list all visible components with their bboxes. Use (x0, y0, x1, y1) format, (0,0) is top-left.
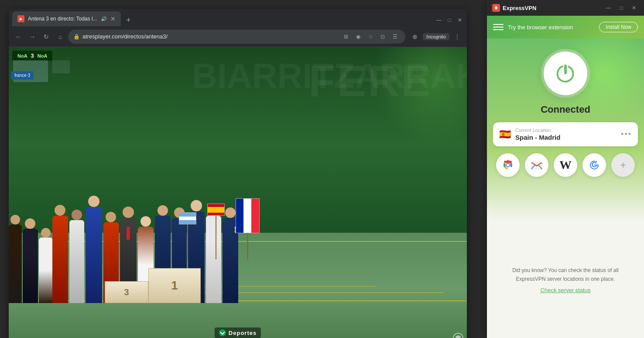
active-tab[interactable]: ▶ Antena 3 en directo: Todas l... 🔊 ✕ (12, 11, 121, 26)
video-scene: FERE BIARRITZARRAK NoA 3 NoA france·3 (9, 47, 467, 338)
address-bar: ← → ↻ ⌂ 🔒 atresplayer.com/directos/anten… (9, 26, 467, 47)
tab-bar: ▶ Antena 3 en directo: Todas l... 🔊 ✕ + … (9, 9, 467, 26)
vpn-main-area: Connected 🇪🇸 Current Location Spain - Ma… (487, 38, 644, 222)
info-text: Did you know? You can check the status o… (497, 266, 634, 283)
close-button[interactable]: ✕ (456, 17, 463, 24)
tab-favicon: ▶ (17, 15, 24, 22)
forward-button[interactable]: → (26, 31, 38, 43)
home-button[interactable]: ⌂ (54, 31, 66, 43)
bookmark-icon[interactable]: ☆ (365, 31, 376, 42)
media-icon[interactable]: ⊡ (377, 31, 388, 42)
menu-hamburger[interactable] (493, 22, 504, 32)
svg-point-7 (507, 164, 509, 166)
google-shortcut[interactable]: G (582, 153, 606, 177)
extension-promo-text: Try the browser extension (508, 24, 595, 31)
tab-audio-icon[interactable]: 🔊 (101, 16, 107, 22)
lock-icon: 🔒 (73, 34, 80, 40)
incognito-button[interactable]: Incognito (423, 33, 449, 40)
vpn-maximize-button[interactable]: □ (617, 4, 626, 12)
vpn-close-button[interactable]: ✕ (629, 4, 639, 12)
location-card[interactable]: 🇪🇸 Current Location Spain - Madrid ••• (493, 122, 638, 146)
extensions-button[interactable]: ⊕ (409, 31, 421, 43)
tab-close-button[interactable]: ✕ (110, 16, 116, 22)
svg-text:G: G (592, 161, 597, 169)
back-button[interactable]: ← (12, 31, 24, 43)
toolbar-actions: ⊕ Incognito ⋮ (409, 31, 463, 43)
url-bar[interactable]: 🔒 atresplayer.com/directos/antena3/ ⊞ ◉ … (68, 30, 405, 44)
video-content: FERE BIARRITZARRAK NoA 3 NoA france·3 (9, 47, 467, 338)
svg-rect-5 (504, 161, 512, 163)
vpn-titlebar: ExpressVPN — □ ✕ (487, 0, 644, 16)
vpn-bottom-info: Did you know? You can check the status o… (487, 222, 644, 338)
shields-icon[interactable]: ◉ (353, 31, 363, 42)
wikipedia-shortcut[interactable]: W (554, 153, 577, 177)
quick-access-bar: W G + (493, 153, 638, 177)
svg-rect-0 (564, 65, 567, 74)
country-flag: 🇪🇸 (499, 130, 511, 139)
power-button[interactable] (544, 52, 587, 95)
burger-line-2 (493, 27, 504, 28)
maximize-button[interactable]: □ (446, 17, 453, 24)
window-controls: — □ ✕ (435, 17, 463, 26)
browser-window: ▶ Antena 3 en directo: Todas l... 🔊 ✕ + … (9, 9, 467, 338)
location-country: Spain - Madrid (515, 134, 617, 141)
burger-line-1 (493, 24, 504, 25)
power-icon (555, 62, 576, 84)
vpn-app-title: ExpressVPN (503, 5, 536, 11)
new-tab-button[interactable]: + (123, 14, 135, 26)
check-server-link[interactable]: Check server status (541, 287, 591, 293)
translate-icon[interactable]: ⊞ (341, 31, 351, 42)
gmail-shortcut[interactable] (525, 153, 548, 177)
vpn-panel: ExpressVPN — □ ✕ Try the browser extensi… (487, 0, 644, 338)
add-shortcut-button[interactable]: + (611, 153, 635, 177)
channel-logo: Deportes (215, 328, 261, 338)
burger-line-3 (493, 29, 504, 30)
vpn-minimize-button[interactable]: — (603, 4, 614, 12)
location-more-button[interactable]: ••• (621, 130, 632, 139)
menu-button[interactable]: ⋮ (451, 31, 463, 43)
vpn-logo: ExpressVPN (492, 4, 536, 12)
location-label: Current Location (515, 128, 617, 133)
url-actions: ⊞ ◉ ☆ ⊡ ☰ (341, 31, 400, 42)
expressvpn-logo-icon (492, 4, 500, 12)
reader-icon[interactable]: ☰ (390, 31, 400, 42)
chrome-shortcut[interactable] (496, 153, 520, 177)
location-info: Current Location Spain - Madrid (515, 128, 617, 141)
minimize-button[interactable]: — (435, 17, 442, 24)
connection-status: Connected (541, 104, 590, 115)
url-text: atresplayer.com/directos/antena3/ (82, 33, 338, 40)
tab-title: Antena 3 en directo: Todas l... (28, 16, 97, 22)
refresh-button[interactable]: ↻ (40, 31, 52, 43)
